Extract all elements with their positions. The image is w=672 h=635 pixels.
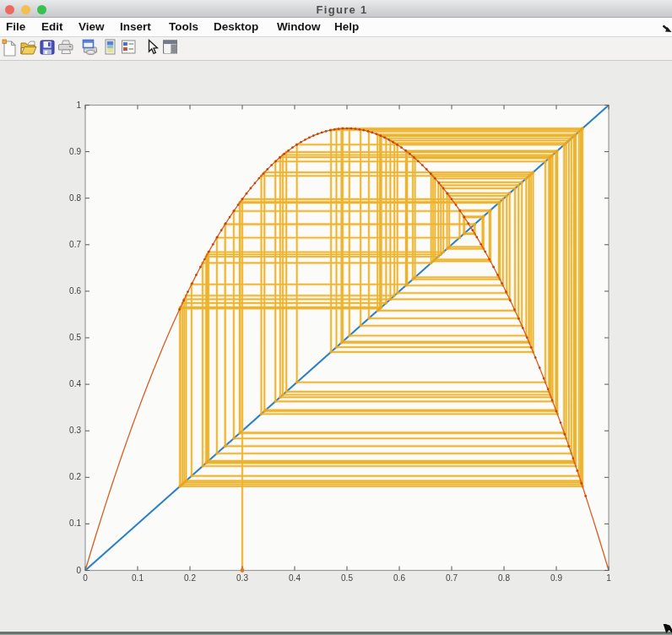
svg-text:0.6: 0.6 <box>393 573 405 583</box>
svg-text:0.2: 0.2 <box>69 472 81 481</box>
svg-text:0.6: 0.6 <box>69 286 81 296</box>
svg-text:0.5: 0.5 <box>341 573 353 583</box>
svg-text:0.5: 0.5 <box>69 333 81 342</box>
svg-text:0.1: 0.1 <box>69 518 81 528</box>
svg-text:0.8: 0.8 <box>498 573 510 583</box>
svg-text:0.1: 0.1 <box>132 573 144 583</box>
svg-text:1: 1 <box>76 100 81 110</box>
svg-text:1: 1 <box>606 573 611 583</box>
svg-text:0.9: 0.9 <box>550 573 562 583</box>
svg-text:0.4: 0.4 <box>69 379 81 388</box>
svg-text:0: 0 <box>76 566 81 575</box>
svg-text:0.8: 0.8 <box>69 193 81 203</box>
svg-text:0: 0 <box>83 573 88 583</box>
svg-text:0.3: 0.3 <box>69 426 81 435</box>
svg-text:0.3: 0.3 <box>236 573 248 583</box>
svg-text:0.7: 0.7 <box>69 240 81 249</box>
svg-text:0.2: 0.2 <box>184 573 196 583</box>
svg-text:0.4: 0.4 <box>289 573 301 583</box>
svg-text:0.7: 0.7 <box>446 573 458 583</box>
svg-text:0.9: 0.9 <box>69 147 81 156</box>
